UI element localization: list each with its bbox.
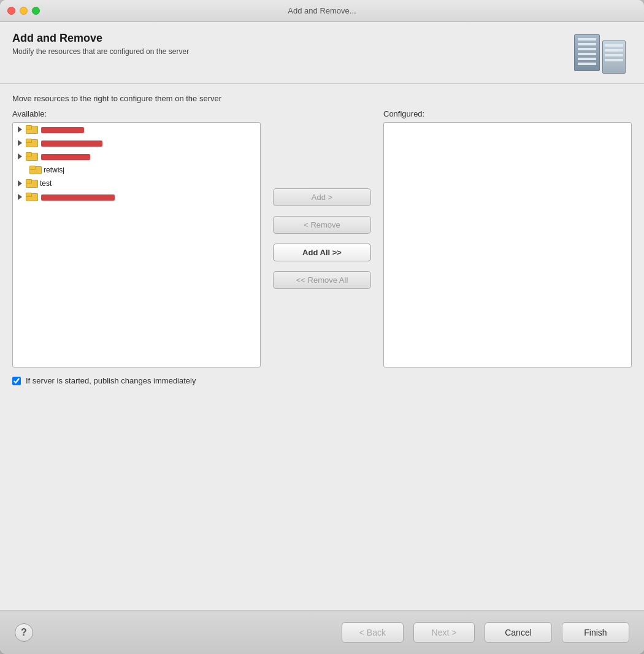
- page-subtitle: Modify the resources that are configured…: [12, 47, 189, 56]
- item-name-redacted: [40, 139, 102, 147]
- title-bar: Add and Remove...: [0, 0, 644, 22]
- list-item[interactable]: [13, 150, 260, 163]
- maximize-button[interactable]: [32, 7, 40, 15]
- server-row-s1: [605, 44, 623, 47]
- remove-button[interactable]: < Remove: [273, 216, 371, 234]
- available-panel: Available:: [12, 109, 261, 367]
- list-item[interactable]: [13, 136, 260, 150]
- server-row-4: [578, 53, 596, 55]
- cancel-button[interactable]: Cancel: [485, 622, 552, 643]
- item-name: test: [40, 179, 52, 188]
- server-row-2: [578, 43, 596, 45]
- configured-list[interactable]: [383, 122, 632, 367]
- next-button[interactable]: Next >: [413, 622, 475, 643]
- remove-all-button[interactable]: << Remove All: [273, 271, 371, 289]
- item-name-redacted: [40, 193, 115, 201]
- server-row-s4: [605, 59, 623, 61]
- server-row-1: [578, 38, 596, 40]
- item-name-redacted: [40, 125, 84, 134]
- list-item[interactable]: test: [13, 177, 260, 190]
- available-list[interactable]: retwisj test: [12, 122, 261, 367]
- back-button[interactable]: < Back: [342, 622, 404, 643]
- panels-row: Available:: [12, 109, 632, 367]
- header-section: Add and Remove Modify the resources that…: [0, 22, 644, 84]
- folder-icon: [26, 152, 37, 161]
- bottom-bar: ? < Back Next > Cancel Finish: [0, 610, 644, 654]
- expand-arrow-icon: [18, 126, 22, 133]
- publish-checkbox-row[interactable]: If server is started, publish changes im…: [12, 376, 632, 385]
- server-row-3: [578, 48, 596, 50]
- instruction-text: Move resources to the right to configure…: [12, 94, 632, 103]
- configured-panel: Configured:: [383, 109, 632, 367]
- header-text: Add and Remove Modify the resources that…: [12, 32, 189, 56]
- expand-arrow-icon: [18, 153, 22, 160]
- spacer: [12, 391, 632, 600]
- server-icon-secondary: [602, 40, 626, 74]
- list-item[interactable]: [13, 123, 260, 136]
- page-title: Add and Remove: [12, 32, 189, 45]
- close-button[interactable]: [7, 7, 15, 15]
- expand-arrow-icon: [18, 140, 22, 146]
- expand-arrow-icon: [18, 194, 22, 200]
- minimize-button[interactable]: [20, 7, 28, 15]
- folder-icon: [26, 125, 37, 134]
- server-row-s3: [605, 54, 623, 56]
- server-icon: [574, 34, 626, 74]
- server-row-5: [578, 58, 596, 60]
- server-row-s2: [605, 49, 623, 52]
- available-label: Available:: [12, 109, 261, 118]
- folder-icon: [26, 179, 37, 188]
- expand-arrow-icon: [18, 180, 22, 187]
- configured-label: Configured:: [383, 109, 632, 118]
- item-name: retwisj: [44, 166, 64, 174]
- add-all-button[interactable]: Add All >>: [273, 244, 371, 261]
- folder-icon: [29, 166, 40, 174]
- window-title: Add and Remove...: [288, 6, 356, 15]
- publish-checkbox[interactable]: [12, 377, 21, 385]
- server-row-6: [578, 63, 596, 65]
- help-button[interactable]: ?: [15, 623, 33, 642]
- middle-buttons: Add > < Remove Add All >> << Remove All: [261, 109, 383, 367]
- publish-checkbox-label: If server is started, publish changes im…: [26, 376, 196, 385]
- traffic-lights: [7, 7, 40, 15]
- list-item[interactable]: retwisj: [13, 163, 260, 177]
- server-icon-primary: [574, 34, 600, 71]
- main-window: Add and Remove... Add and Remove Modify …: [0, 0, 644, 654]
- content-area: Move resources to the right to configure…: [0, 84, 644, 610]
- folder-icon: [26, 193, 37, 201]
- folder-icon: [26, 139, 37, 147]
- list-item[interactable]: [13, 190, 260, 204]
- item-name-redacted: [40, 152, 90, 161]
- add-button[interactable]: Add >: [273, 188, 371, 206]
- finish-button[interactable]: Finish: [562, 622, 629, 643]
